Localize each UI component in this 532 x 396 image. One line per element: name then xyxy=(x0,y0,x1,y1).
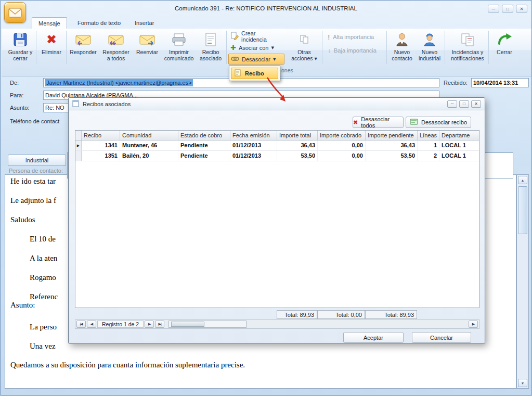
col-departamento[interactable]: Departame xyxy=(439,131,480,140)
imprimir-label: Imprimir comunicado xyxy=(162,49,196,62)
green-plus-icon: ✚ xyxy=(230,44,236,52)
contact-person-icon xyxy=(395,31,409,48)
app-envelope-icon[interactable] xyxy=(4,2,26,23)
cell-departamento: LOCAL 1 xyxy=(439,140,480,150)
dialog-close-button[interactable]: ✕ xyxy=(471,100,481,108)
reenviar-button[interactable]: Reenviar xyxy=(133,30,162,66)
guardar-y-cerrar-button[interactable]: Guardar y cerrar xyxy=(6,30,35,66)
cerrar-label: Cerrar xyxy=(497,49,512,55)
aceptar-button[interactable]: Aceptar xyxy=(343,332,404,343)
col-fecha[interactable]: Fecha emisión xyxy=(230,131,277,140)
dialog-minimize-button[interactable]: ─ xyxy=(447,100,457,108)
responder-button[interactable]: Responder xyxy=(68,30,98,66)
incidencias-y-notificaciones-button[interactable]: Incidencias y notificaciones xyxy=(447,30,488,66)
cell-importe-cobrado: 0,00 xyxy=(318,140,366,150)
scroll-up-icon[interactable]: ▲ xyxy=(518,176,527,184)
cerrar-button[interactable]: Cerrar xyxy=(490,30,518,66)
asociar-con-button[interactable]: ✚ Asociar con ▾ xyxy=(228,42,284,53)
nav-next-icon[interactable]: ▶ xyxy=(145,321,154,328)
menu-item-recibo-label: Recibo xyxy=(245,70,264,76)
de-label: De: xyxy=(10,80,19,86)
aceptar-label: Aceptar xyxy=(364,335,383,341)
imprimir-comunicado-button[interactable]: Imprimir comunicado xyxy=(162,30,196,66)
body-line: Rogamo xyxy=(30,273,56,282)
col-estado[interactable]: Estado de cobro xyxy=(178,131,230,140)
body-line: Quedamos a su disposición para cuanta in… xyxy=(10,361,245,369)
baja-importancia-label: Baja importancia xyxy=(334,47,377,54)
asociar-con-label: Asociar con xyxy=(239,45,268,51)
cell-comunidad: Bailén, 20 xyxy=(120,151,178,161)
close-button[interactable]: ✕ xyxy=(516,5,527,12)
grid-horizontal-scrollbar[interactable] xyxy=(168,321,246,328)
h-scrollbar-thumb[interactable] xyxy=(171,322,204,327)
nav-first-icon[interactable]: |◀ xyxy=(76,321,86,328)
responder-a-todos-button[interactable]: Responder a todos xyxy=(100,30,132,66)
body-line: Saludos xyxy=(10,215,35,224)
body-line: El 10 de xyxy=(30,235,56,244)
minimize-button[interactable]: ─ xyxy=(488,5,499,12)
recibido-label: Recibido: xyxy=(444,80,468,86)
scroll-right-icon[interactable]: ▶ xyxy=(469,321,478,328)
recibo-asociado-button[interactable]: Recibo asociado xyxy=(196,30,225,66)
envelope-icon xyxy=(8,8,22,18)
menu-item-recibo[interactable]: Recibo xyxy=(231,68,278,79)
col-importe-cobrado[interactable]: Importe cobrado xyxy=(318,131,366,140)
nuevo-industrial-button[interactable]: Nuevo industrial xyxy=(416,30,444,66)
receipt-document-icon xyxy=(204,31,217,48)
dialog-title: Recibos asociados xyxy=(83,101,131,107)
dialog-controls: ─ □ ✕ xyxy=(447,100,481,108)
tab-mensaje[interactable]: Mensaje xyxy=(32,17,67,29)
chain-link-icon xyxy=(231,56,239,63)
recibos-table: Recibo Comunidad Estado de cobro Fecha e… xyxy=(75,130,479,308)
industrial-tab[interactable]: Industrial xyxy=(8,155,66,166)
record-counter: Registro 1 de 2 xyxy=(97,321,144,328)
cancelar-button[interactable]: Cancelar xyxy=(412,332,471,343)
maximize-button[interactable]: □ xyxy=(502,5,513,12)
body-line: Referenc xyxy=(30,292,58,301)
close-green-arrow-icon xyxy=(497,31,512,48)
desasociar-button[interactable]: Desasociar ▾ xyxy=(228,54,284,65)
alta-importancia-button[interactable]: ! Alta importancia xyxy=(328,32,386,42)
nav-last-icon[interactable]: ▶| xyxy=(155,321,164,328)
cell-importe-pendiente: 53,50 xyxy=(366,151,418,161)
app-window: Comunicado 391 - Re: NOTIFICO INTERVENCI… xyxy=(0,0,532,396)
eliminar-button[interactable]: ✖ Eliminar xyxy=(38,30,65,66)
recibos-asociados-dialog: Recibos asociados ─ □ ✕ ✖ Desasociar tod… xyxy=(68,97,485,344)
desasociar-todos-button[interactable]: ✖ Desasociar todos xyxy=(353,117,404,128)
scroll-down-icon[interactable]: ▼ xyxy=(518,379,527,387)
col-lineas[interactable]: Líneas xyxy=(418,131,439,140)
tab-insertar[interactable]: Insertar xyxy=(128,18,160,29)
recibido-value: 10/04/2014 13:31 xyxy=(473,80,518,86)
cell-comunidad: Muntaner, 46 xyxy=(120,140,178,150)
scrollbar-thumb[interactable] xyxy=(518,186,527,234)
window-controls: ─ □ ✕ xyxy=(488,5,527,12)
delete-x-icon: ✖ xyxy=(46,31,57,48)
desasociar-recibo-button[interactable]: Desasociar recibo xyxy=(406,117,471,128)
chevron-down-icon: ▾ xyxy=(271,44,274,51)
col-importe-total[interactable]: Importe total xyxy=(277,131,318,140)
cell-fecha: 01/12/2013 xyxy=(230,151,277,161)
baja-importancia-button[interactable]: ↓ Baja importancia xyxy=(328,45,386,56)
tab-formato-de-texto[interactable]: Formato de texto xyxy=(71,18,127,29)
col-comunidad[interactable]: Comunidad xyxy=(120,131,178,140)
table-row[interactable]: ▶ 1341 Muntaner, 46 Pendiente 01/12/2013… xyxy=(75,140,479,151)
nav-prev-icon[interactable]: ◀ xyxy=(87,321,96,328)
body-vertical-scrollbar[interactable]: ▲ ▼ xyxy=(516,174,529,389)
table-header: Recibo Comunidad Estado de cobro Fecha e… xyxy=(75,131,479,140)
incidencias-label: Incidencias y notificaciones xyxy=(447,49,488,62)
form-icon xyxy=(72,100,80,108)
dialog-maximize-button[interactable]: □ xyxy=(459,100,469,108)
recibido-field[interactable]: 10/04/2014 13:31 xyxy=(471,78,529,87)
cell-lineas: 1 xyxy=(418,140,439,150)
forward-envelope-icon xyxy=(139,31,155,48)
body-line: Le adjunto la f xyxy=(10,196,56,205)
col-recibo[interactable]: Recibo xyxy=(82,131,120,140)
table-row[interactable]: 1351 Bailén, 20 Pendiente 01/12/2013 53,… xyxy=(75,151,479,161)
crear-incidencia-button[interactable]: Crear incidencia xyxy=(228,31,284,42)
window-title: Comunicado 391 - Re: NOTIFICO INTERVENCI… xyxy=(175,5,357,11)
otras-acciones-button[interactable]: Otras acciones ▾ xyxy=(290,30,319,66)
col-importe-pendiente[interactable]: Importe pendiente xyxy=(366,131,418,140)
nuevo-contacto-button[interactable]: Nuevo contacto xyxy=(388,30,416,66)
reenviar-label: Reenviar xyxy=(136,49,158,55)
printer-icon xyxy=(171,31,187,48)
